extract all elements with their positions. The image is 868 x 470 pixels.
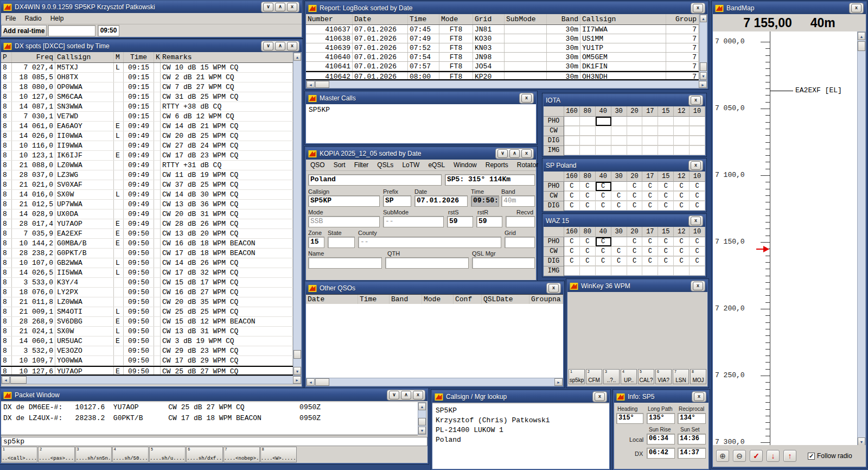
vscroll-thumb[interactable] [700,62,707,71]
dx-spots-hscrollbar[interactable]: ◄ ► [1,376,302,384]
close-icon[interactable]: x [693,4,703,12]
packet-vscrollbar[interactable]: ▲ ▼ [418,402,426,435]
menu-reports[interactable]: Reports [481,160,513,170]
menu-help[interactable]: Help [46,13,68,24]
band-cell[interactable] [674,117,690,126]
waz-titlebar[interactable]: WAZ 15 x [544,215,705,227]
lookup-content[interactable]: SP5KP Krzysztof (Chris) Patkowski PL-214… [432,404,609,469]
dx-spot-row[interactable]: 8 10 107,0 GB2WWA L 09:50 CW 14 dB 26 WP… [1,258,293,268]
close-icon[interactable]: x [691,217,701,225]
packet-fkey-button[interactable]: 5 ....sh/u...... [149,447,186,462]
menu-radio[interactable]: Radio [20,13,46,24]
band-cell[interactable] [580,266,596,276]
date-field[interactable]: 07.01.2026 [414,195,468,207]
col-group[interactable]: Group [666,14,699,24]
band-cell[interactable]: C [627,237,643,246]
band-cell[interactable]: C [596,182,611,191]
band-cell[interactable] [642,146,658,155]
master-calls-content[interactable]: SP5KP [306,104,536,143]
band-cell[interactable] [580,126,596,136]
iota-titlebar[interactable]: IOTA x [544,94,705,106]
band-cell[interactable]: C [690,192,705,201]
band-cell[interactable] [627,126,643,136]
col-qsldate[interactable]: QSLDate [482,295,529,304]
close-icon[interactable]: x [287,42,297,50]
band-cell[interactable] [611,237,627,246]
dx-spot-row[interactable]: 8 14 061,0 EA6AOY E 09:49 CW 14 dB 21 WP… [1,122,293,131]
band-cell[interactable] [596,136,611,145]
band-cell[interactable] [564,146,580,155]
col-mode[interactable]: Mode [439,14,473,24]
bandmap-vscrollbar[interactable]: ▲ ▼ [857,31,866,446]
col-callsign[interactable]: Callsign [55,52,114,62]
band-cell[interactable]: C [674,192,690,201]
sp-poland-titlebar[interactable]: SP Poland x [544,160,705,172]
dx-spot-row[interactable]: 8 21 088,0 LZ0WWA 09:49 RTTY +31 dB CQ [1,161,293,170]
packet-fkey-button[interactable]: 3 ....sh/sn5n..... [75,447,112,462]
band-cell[interactable]: C [690,237,705,246]
zoom-in-icon[interactable]: ⊕ [716,450,729,462]
scroll-down-icon[interactable]: ▼ [858,437,865,446]
dx-spot-row[interactable]: 8 14 026,5 II5WWA L 09:50 CW 17 dB 32 WP… [1,268,293,278]
close-icon[interactable]: x [851,4,861,12]
packet-fkey-button[interactable]: 2 ....<pas>..... [38,447,74,462]
band-cell[interactable] [611,146,627,155]
dx-spot-row[interactable]: 8 14 028,9 UX0DA 09:49 CW 20 dB 31 WPM C… [1,209,293,219]
band-cell[interactable]: C [627,257,643,266]
rsts-field[interactable]: 59 [447,216,473,227]
band-cell[interactable]: C [658,237,674,246]
winkey-macro-button[interactable]: 7 LSN [673,369,689,384]
dx-spot-row[interactable]: 8 10 127,0 SM6CAA 09:15 CW 31 dB 25 WPM … [1,92,293,102]
band-cell[interactable]: C [690,257,705,266]
band-cell[interactable] [627,136,643,145]
close-icon[interactable]: x [521,149,532,158]
scroll-right-icon[interactable]: ► [554,378,563,386]
close-icon[interactable]: x [691,96,701,105]
info-titlebar[interactable]: Info: SP5 x [614,391,709,403]
col-p[interactable]: P [1,52,12,62]
prefix-field[interactable]: SP [383,195,411,207]
logbook-vscrollbar[interactable]: ▲ ▼ [699,14,707,80]
logbook-row[interactable]: 410640 07.01.2026 07:54 FT8 JN98 30m OM5… [306,53,699,62]
zoom-out-icon[interactable]: ⊖ [733,450,746,462]
band-cell[interactable]: C [674,257,690,266]
logbook-row[interactable]: 410639 07.01.2026 07:52 FT8 KN03 30m YU1… [306,43,699,53]
band-cell[interactable] [674,266,690,276]
dx-spot-row[interactable]: 8 18 076,0 LY2PX 09:50 CW 16 dB 27 WPM C… [1,288,293,297]
band-cell[interactable] [611,182,627,191]
dx-spot-row[interactable]: 8 21 021,0 SV0XAF 09:49 CW 37 dB 25 WPM … [1,180,293,190]
col-k[interactable]: K [154,52,161,62]
band-cell[interactable]: C [627,182,643,191]
scroll-up-icon[interactable]: ▲ [293,53,301,61]
minimize-icon[interactable]: ∨ [389,391,399,399]
logbook-row[interactable]: 410637 07.01.2026 07:45 FT8 JN81 30m II7… [306,25,699,34]
col-time[interactable]: Time [408,14,439,24]
maximize-icon[interactable]: ∧ [275,3,285,11]
qth-field[interactable] [385,257,469,269]
band-cell[interactable]: C [564,237,580,246]
winkey-macro-button[interactable]: 5 CAL? [638,369,654,384]
vscroll-thumb[interactable] [418,418,426,425]
band-cell[interactable] [580,117,596,126]
scroll-right-icon[interactable]: ► [699,81,707,88]
menu-file[interactable]: File [1,13,20,24]
band-cell[interactable] [611,126,627,136]
col-group[interactable]: Groupna [529,295,563,304]
follow-radio-checkbox[interactable]: ✓ Follow radio [808,452,852,460]
band-cell[interactable] [564,266,580,276]
band-cell[interactable] [627,117,643,126]
band-cell[interactable] [690,266,705,276]
band-cell[interactable] [690,146,705,155]
dx-spot-row[interactable]: 8 14 026,0 II0WWA L 09:49 CW 20 dB 25 WP… [1,131,293,141]
band-cell[interactable] [690,117,705,126]
band-cell[interactable]: C [611,201,627,211]
close-icon[interactable]: x [694,392,704,401]
packet-fkey-button[interactable]: 6 ....sh/dxf... [186,447,222,462]
band-cell[interactable] [596,126,611,136]
grid-field[interactable] [505,237,535,248]
col-grid[interactable]: Grid [473,14,505,24]
logbook-hscrollbar[interactable]: ◄ ► [306,80,707,88]
menu-qsls[interactable]: QSLs [373,160,398,170]
col-time[interactable]: Time [358,295,390,304]
col-time[interactable]: Time [124,52,154,62]
